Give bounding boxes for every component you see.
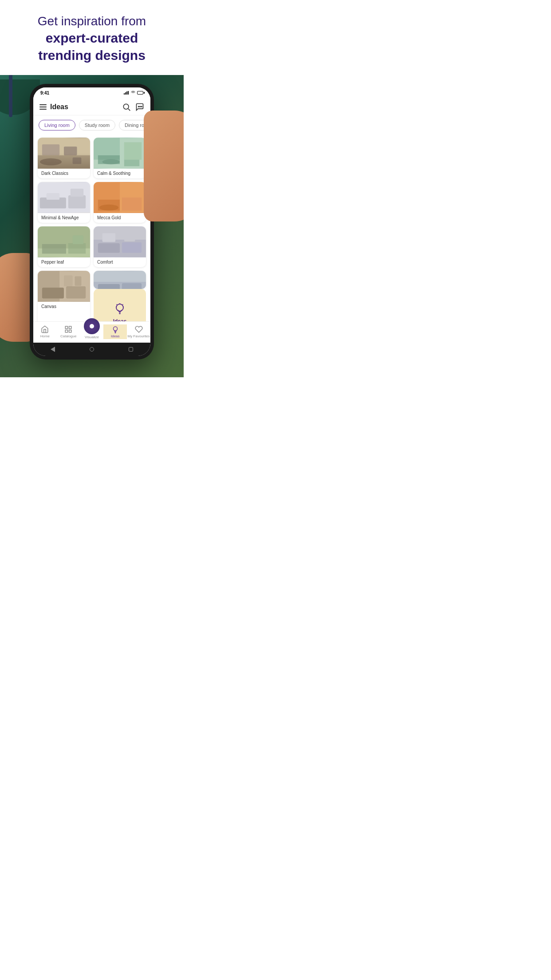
back-triangle: [51, 347, 55, 352]
svg-rect-3: [128, 91, 129, 95]
nav-item-home[interactable]: Home: [33, 324, 57, 339]
svg-rect-50: [98, 284, 120, 288]
svg-point-20: [102, 159, 120, 165]
svg-point-30: [99, 205, 118, 211]
card-label-calm-soothing: Calm & Soothing: [94, 169, 146, 178]
design-card-dark-classics[interactable]: Dark Classics: [38, 138, 90, 178]
nav-label-visualize: Visualize: [85, 335, 99, 339]
design-card-transformation[interactable]: Transformation: [94, 271, 146, 288]
svg-rect-25: [71, 189, 84, 197]
svg-rect-1: [125, 92, 126, 95]
nav-item-favourites[interactable]: My Favourites: [127, 324, 150, 339]
room-image-minimal: [38, 182, 90, 213]
svg-rect-60: [65, 330, 67, 332]
filter-tab-living-room[interactable]: Living room: [39, 120, 75, 130]
hand-right: [144, 111, 184, 221]
svg-rect-45: [66, 286, 86, 299]
svg-rect-2: [126, 91, 127, 95]
status-icons: [124, 91, 143, 95]
design-card-calm-soothing[interactable]: Calm & Soothing: [94, 138, 146, 178]
ideas-card-label: Ideas: [113, 318, 127, 322]
svg-rect-34: [68, 243, 86, 254]
svg-rect-33: [42, 244, 66, 254]
status-time: 9:41: [40, 91, 49, 95]
visualize-dot: [90, 324, 94, 328]
room-image-canvas: [38, 271, 90, 302]
svg-point-4: [123, 104, 129, 110]
hero-title-line1: Get inspiration from: [9, 13, 175, 29]
filter-tab-study-room[interactable]: Study room: [79, 120, 115, 130]
menu-button[interactable]: [39, 104, 47, 110]
wifi-icon: [131, 91, 135, 95]
android-home-button[interactable]: [89, 346, 95, 352]
search-icon[interactable]: [122, 103, 131, 111]
svg-rect-0: [124, 93, 125, 95]
card-label-canvas: Canvas: [38, 302, 90, 312]
home-icon: [41, 325, 49, 333]
room-image-mecca-gold: [94, 182, 146, 213]
catalogue-icon: [64, 325, 72, 333]
svg-point-62: [113, 327, 117, 331]
room-image-dark-classics: [38, 138, 90, 169]
room-image-pepper-leaf: [38, 226, 90, 257]
svg-rect-47: [75, 277, 82, 286]
svg-rect-38: [98, 243, 120, 253]
card-label-pepper-leaf: Pepper leaf: [38, 257, 90, 267]
chat-icon[interactable]: [135, 103, 144, 111]
nav-item-ideas[interactable]: Ideas: [103, 324, 127, 339]
card-label-dark-classics: Dark Classics: [38, 169, 90, 178]
app-header: Ideas: [33, 98, 150, 115]
svg-line-5: [128, 109, 130, 111]
header-icons: [122, 103, 144, 111]
battery-icon: [137, 91, 143, 95]
svg-line-57: [122, 304, 123, 305]
design-grid: Dark Classics: [38, 138, 146, 321]
svg-point-7: [140, 107, 141, 107]
svg-rect-58: [65, 327, 67, 329]
design-card-canvas[interactable]: Canvas: [38, 271, 90, 321]
svg-rect-61: [69, 330, 71, 332]
svg-rect-59: [69, 327, 71, 329]
home-circle: [90, 347, 94, 352]
nav-item-catalogue[interactable]: Catalogue: [57, 324, 80, 339]
svg-point-6: [138, 107, 139, 107]
design-grid-container: Dark Classics: [33, 135, 150, 321]
hero-section: Get inspiration from expert-curated tren…: [0, 0, 184, 75]
nav-item-visualize[interactable]: Visualize: [80, 324, 104, 339]
android-recents-button[interactable]: [128, 346, 134, 352]
android-nav-bar: [33, 343, 150, 356]
design-card-mecca-gold[interactable]: Mecca Gold: [94, 182, 146, 223]
svg-rect-46: [64, 276, 73, 287]
recents-square: [129, 347, 133, 352]
svg-rect-17: [124, 142, 142, 160]
card-label-minimal-newage: Minimal & NewAge: [38, 213, 90, 223]
design-card-pepper-leaf[interactable]: Pepper leaf: [38, 226, 90, 267]
svg-rect-11: [42, 145, 59, 156]
lamp-arm: [9, 75, 12, 117]
design-card-minimal-newage[interactable]: Minimal & NewAge: [38, 182, 90, 223]
hero-title-line2: expert-curated trending designs: [9, 29, 175, 64]
signal-icon: [124, 91, 129, 95]
design-card-comfort[interactable]: Comfort: [94, 226, 146, 267]
svg-rect-29: [122, 198, 142, 211]
bottom-nav: Home Catalogue: [33, 321, 150, 343]
nav-label-home: Home: [40, 334, 50, 338]
android-back-button[interactable]: [50, 346, 56, 352]
svg-rect-39: [122, 242, 142, 253]
card-label-mecca-gold: Mecca Gold: [94, 213, 146, 223]
visualize-button[interactable]: [84, 318, 100, 334]
svg-rect-41: [124, 235, 135, 242]
svg-rect-10: [38, 155, 90, 169]
heart-icon: [135, 325, 143, 333]
svg-rect-9: [38, 138, 90, 169]
ideas-nav-icon: [111, 325, 119, 333]
svg-rect-24: [47, 194, 60, 200]
status-bar: 9:41: [33, 87, 150, 98]
hamburger-line2: [39, 107, 47, 107]
ideas-overlay-card[interactable]: Ideas: [94, 289, 146, 322]
room-image-calm-soothing: [94, 138, 146, 169]
svg-rect-19: [124, 160, 139, 166]
filter-tabs: Living room Study room Dining room B...: [33, 115, 150, 135]
svg-rect-35: [73, 236, 84, 245]
card-8-container: Transformation: [94, 271, 146, 321]
